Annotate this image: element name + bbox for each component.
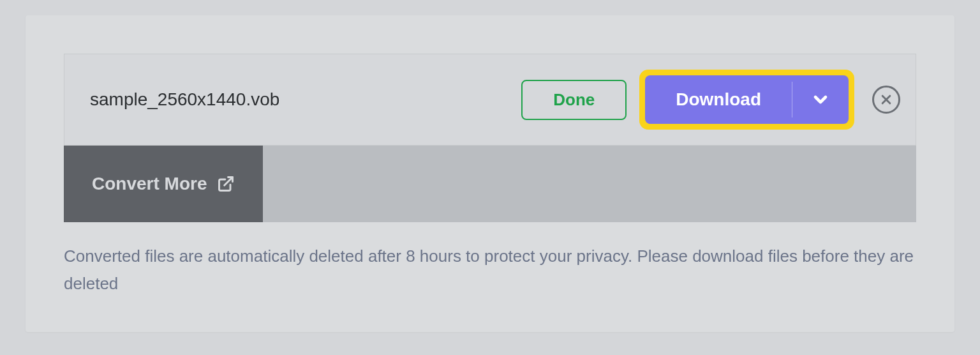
remove-file-button[interactable] [872,86,900,114]
footer-bar: Convert More [64,146,916,222]
chevron-down-icon [810,89,831,110]
svg-line-2 [225,178,233,186]
retention-notice: Converted files are automatically delete… [64,243,916,298]
results-card: sample_2560x1440.vob Done Download Conv [26,15,954,332]
convert-more-button[interactable]: Convert More [64,146,263,222]
external-link-icon [217,175,235,193]
close-icon [880,93,893,106]
download-options-button[interactable] [792,75,849,124]
download-button[interactable]: Download [645,75,792,124]
file-row: sample_2560x1440.vob Done Download [64,54,916,146]
download-split-button: Download [645,75,849,124]
convert-more-label: Convert More [92,174,207,194]
status-badge: Done [521,80,627,120]
download-highlight: Download [639,70,854,130]
file-name: sample_2560x1440.vob [90,89,509,110]
